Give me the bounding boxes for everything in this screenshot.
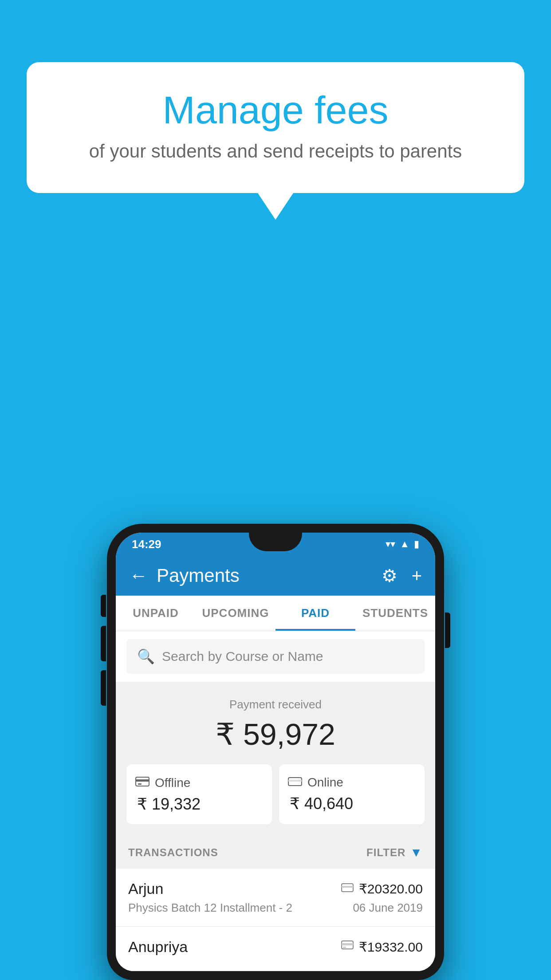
tab-unpaid[interactable]: UNPAID (116, 596, 196, 631)
transaction-amount-wrap-anupriya: ₹19332.00 (341, 939, 423, 955)
wifi-icon: ▾▾ (386, 538, 395, 550)
search-container: 🔍 Search by Course or Name (116, 631, 435, 682)
filter-button[interactable]: FILTER ▼ (366, 846, 423, 860)
payment-received-section: Payment received ₹ 59,972 (116, 682, 435, 837)
speech-bubble-title: Manage fees (62, 89, 489, 132)
tab-upcoming[interactable]: UPCOMING (196, 596, 276, 631)
speech-bubble: Manage fees of your students and send re… (27, 62, 524, 193)
tab-students[interactable]: STUDENTS (355, 596, 435, 631)
transaction-amount-anupriya: ₹19332.00 (359, 939, 423, 955)
settings-icon[interactable]: ⚙ (382, 565, 398, 586)
offline-amount: ₹ 19,332 (135, 795, 263, 814)
speech-bubble-arrow (258, 193, 293, 220)
transaction-item-anupriya[interactable]: Anupriya ₹19332.00 (116, 927, 435, 971)
tabs-container: UNPAID UPCOMING PAID STUDENTS (116, 596, 435, 631)
offline-label: Offline (155, 776, 190, 790)
payment-received-label: Payment received (126, 698, 425, 711)
svg-rect-6 (342, 886, 353, 888)
transaction-name-arjun: Arjun (128, 880, 163, 897)
offline-icon (135, 775, 150, 790)
online-payment-icon-arjun (341, 882, 354, 896)
add-icon[interactable]: + (412, 566, 422, 586)
svg-rect-1 (136, 779, 149, 782)
online-card: Online ₹ 40,640 (279, 764, 425, 824)
phone-outer: 14:29 ▾▾ ▲ ▮ ← Payments ⚙ + (107, 524, 444, 980)
offline-payment-icon-anupriya (341, 940, 354, 954)
svg-rect-9 (343, 947, 346, 948)
search-icon: 🔍 (137, 648, 155, 665)
transaction-course-arjun: Physics Batch 12 Installment - 2 (128, 901, 292, 915)
app-bar: ← Payments ⚙ + (116, 556, 435, 596)
phone-wrapper: 14:29 ▾▾ ▲ ▮ ← Payments ⚙ + (107, 524, 444, 980)
transaction-amount-arjun: ₹20320.00 (359, 881, 423, 897)
filter-label: FILTER (366, 846, 405, 859)
speech-bubble-subtitle: of your students and send receipts to pa… (62, 141, 489, 162)
phone-volume-up-button (101, 595, 106, 617)
transaction-item-arjun[interactable]: Arjun ₹20320.00 Physics Batch 12 Install… (116, 869, 435, 927)
svg-rect-8 (342, 943, 353, 945)
svg-rect-2 (138, 783, 142, 785)
back-button[interactable]: ← (129, 565, 148, 586)
transaction-date-arjun: 06 June 2019 (353, 901, 423, 915)
search-input-wrapper[interactable]: 🔍 Search by Course or Name (126, 639, 425, 674)
status-icons: ▾▾ ▲ ▮ (386, 538, 419, 550)
search-placeholder: Search by Course or Name (162, 649, 323, 664)
phone-screen: 14:29 ▾▾ ▲ ▮ ← Payments ⚙ + (116, 533, 435, 971)
transaction-name-anupriya: Anupriya (128, 938, 188, 956)
tab-paid[interactable]: PAID (276, 596, 355, 631)
transaction-row1: Arjun ₹20320.00 (128, 880, 423, 897)
offline-card: Offline ₹ 19,332 (126, 764, 272, 824)
online-icon (288, 775, 302, 790)
battery-icon: ▮ (414, 538, 419, 550)
status-time: 14:29 (132, 537, 161, 551)
offline-card-header: Offline (135, 775, 263, 790)
payment-cards: Offline ₹ 19,332 Online (126, 764, 425, 824)
transaction-row2-arjun: Physics Batch 12 Installment - 2 06 June… (128, 901, 423, 915)
app-bar-actions: ⚙ + (382, 565, 422, 586)
phone-power-button (445, 612, 450, 648)
phone-volume-down-button (101, 626, 106, 661)
signal-icon: ▲ (400, 538, 409, 550)
online-amount: ₹ 40,640 (288, 794, 416, 813)
filter-icon: ▼ (410, 846, 423, 860)
transaction-row1-anupriya: Anupriya ₹19332.00 (128, 938, 423, 956)
svg-rect-4 (288, 780, 302, 782)
phone-silent-button (101, 670, 106, 706)
transactions-header: TRANSACTIONS FILTER ▼ (116, 837, 435, 869)
online-label: Online (307, 775, 343, 790)
payment-received-amount: ₹ 59,972 (126, 717, 425, 752)
speech-bubble-container: Manage fees of your students and send re… (27, 62, 524, 220)
app-bar-title: Payments (157, 565, 382, 586)
transaction-amount-wrap-arjun: ₹20320.00 (341, 881, 423, 897)
transactions-label: TRANSACTIONS (128, 846, 218, 859)
online-card-header: Online (288, 775, 416, 790)
